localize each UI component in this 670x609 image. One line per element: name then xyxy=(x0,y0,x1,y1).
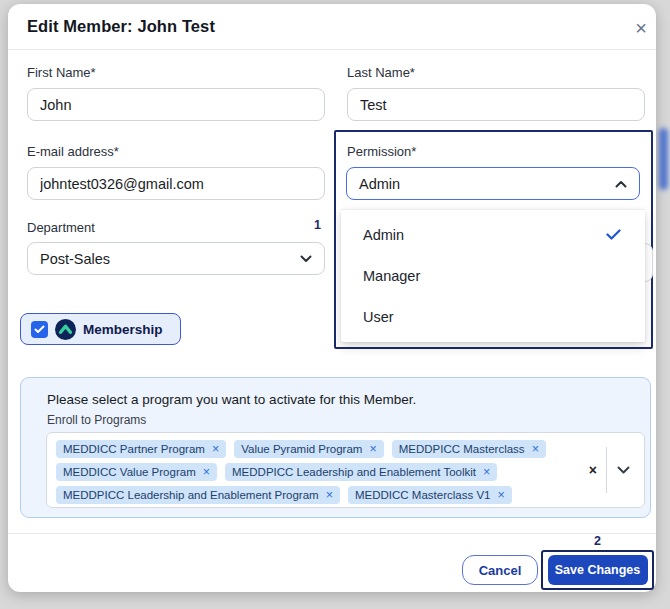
modal-title: Edit Member: John Test xyxy=(27,17,215,36)
first-name-input[interactable] xyxy=(27,88,325,121)
remove-tag-icon[interactable]: × xyxy=(369,442,376,456)
remove-tag-icon[interactable]: × xyxy=(483,465,490,479)
department-select-value: Post-Sales xyxy=(40,251,110,267)
permission-dropdown: AdminManagerUser xyxy=(341,209,645,342)
first-name-label: First Name* xyxy=(27,65,96,80)
edit-member-modal: Edit Member: John Test × First Name* Las… xyxy=(8,4,656,592)
permission-label: Permission* xyxy=(347,144,416,159)
save-changes-button[interactable]: Save Changes xyxy=(548,555,648,585)
membership-toggle[interactable]: Membership xyxy=(20,313,181,345)
department-label: Department xyxy=(27,220,95,235)
chevron-down-icon xyxy=(300,255,312,263)
multiselect-chevron-down-icon[interactable] xyxy=(607,466,634,475)
email-input[interactable] xyxy=(27,167,325,200)
cancel-button[interactable]: Cancel xyxy=(462,555,538,585)
program-tag-label: MEDDPICC Leadership and Enablement Toolk… xyxy=(232,466,476,478)
dropdown-option-admin[interactable]: Admin xyxy=(341,214,645,255)
program-tag: MEDDPICC Leadership and Enablement Toolk… xyxy=(225,463,497,481)
footer-divider xyxy=(8,533,656,534)
program-tag: MEDDICC Masterclass V1× xyxy=(348,486,512,504)
program-tag: MEDDPICC Leadership and Enablement Progr… xyxy=(56,486,340,504)
remove-tag-icon[interactable]: × xyxy=(212,442,219,456)
program-tag-label: MEDDICC Masterclass V1 xyxy=(355,489,490,501)
selected-check-icon xyxy=(606,229,621,240)
membership-label: Membership xyxy=(83,322,163,337)
program-tag: MEDDICC Partner Program× xyxy=(56,440,226,458)
program-tag: MEDDICC Value Program× xyxy=(56,463,217,481)
annotation-step-1: 1 xyxy=(314,218,321,232)
enroll-to-programs-label: Enroll to Programs xyxy=(47,413,146,427)
program-panel: Please select a program you want to acti… xyxy=(20,377,651,518)
email-label: E-mail address* xyxy=(27,144,119,159)
program-tag-label: MEDDPICC Leadership and Enablement Progr… xyxy=(63,489,319,501)
multiselect-controls: × xyxy=(580,433,644,507)
program-tag-label: MEDDPICC Masterclass xyxy=(399,443,525,455)
annotation-step-2: 2 xyxy=(594,534,601,548)
last-name-input[interactable] xyxy=(347,88,645,121)
dropdown-option-user[interactable]: User xyxy=(341,296,645,337)
option-label: Manager xyxy=(363,268,420,284)
remove-tag-icon[interactable]: × xyxy=(497,488,504,502)
department-select[interactable]: Post-Sales xyxy=(27,242,325,275)
program-tags-container: MEDDICC Partner Program×Value Pyramid Pr… xyxy=(47,433,580,507)
remove-tag-icon[interactable]: × xyxy=(203,465,210,479)
clear-all-icon[interactable]: × xyxy=(580,462,606,478)
dropdown-option-manager[interactable]: Manager xyxy=(341,255,645,296)
program-tag-label: MEDDICC Partner Program xyxy=(63,443,205,455)
last-name-label: Last Name* xyxy=(347,65,415,80)
option-label: Admin xyxy=(363,227,404,243)
program-tag: MEDDPICC Masterclass× xyxy=(392,440,546,458)
remove-tag-icon[interactable]: × xyxy=(532,442,539,456)
program-tag-label: Value Pyramid Program xyxy=(241,443,362,455)
annotation-box-save: Save Changes xyxy=(541,550,654,590)
chevron-up-icon xyxy=(615,180,627,188)
program-tag: Value Pyramid Program× xyxy=(234,440,384,458)
programs-multiselect[interactable]: MEDDICC Partner Program×Value Pyramid Pr… xyxy=(46,432,645,508)
membership-checkbox[interactable] xyxy=(31,321,48,338)
check-icon xyxy=(34,325,45,334)
page-scrollbar-thumb[interactable] xyxy=(659,128,668,190)
permission-select-value: Admin xyxy=(359,176,400,192)
meddicc-logo-icon xyxy=(55,319,76,340)
option-label: User xyxy=(363,309,394,325)
remove-tag-icon[interactable]: × xyxy=(326,488,333,502)
permission-select[interactable]: Admin xyxy=(346,167,640,200)
program-prompt: Please select a program you want to acti… xyxy=(47,392,416,407)
header-divider xyxy=(8,49,656,50)
program-tag-label: MEDDICC Value Program xyxy=(63,466,196,478)
close-icon[interactable]: × xyxy=(628,15,654,41)
